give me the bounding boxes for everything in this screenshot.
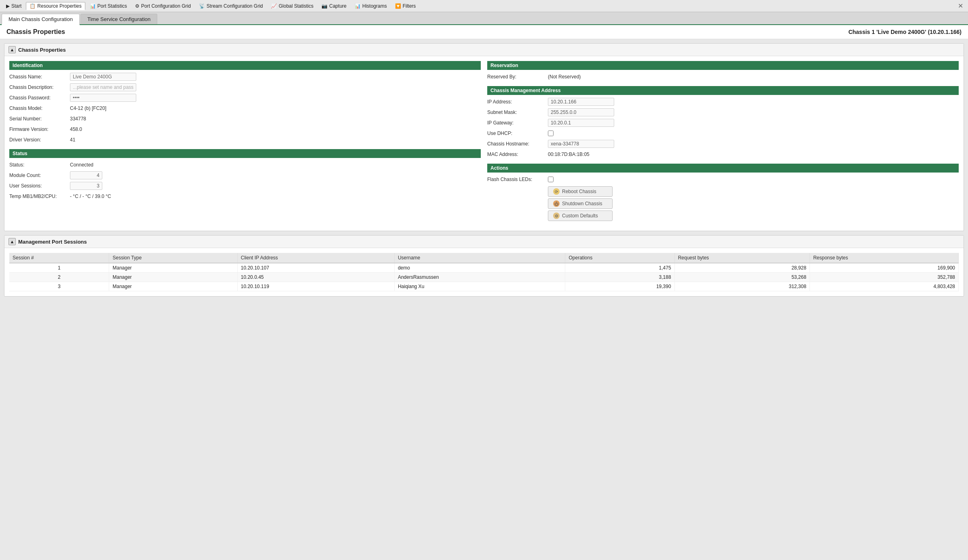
- actions-header: Actions: [487, 164, 959, 173]
- cell-operations: 3,188: [565, 273, 674, 282]
- reserved-by-value: (Not Reserved): [548, 74, 581, 80]
- sessions-table-header-row: Session # Session Type Client IP Address…: [9, 253, 959, 263]
- cell-req-bytes: 53,268: [674, 273, 809, 282]
- titlebar-start[interactable]: ▶ Start: [2, 2, 25, 10]
- tabbar: Main Chassis Configuration Time Service …: [0, 12, 968, 25]
- status-group: Status Status: Connected Module Count: U…: [9, 149, 481, 201]
- chassis-management-group: Chassis Management Address IP Address: S…: [487, 86, 959, 159]
- cell-session: 1: [9, 263, 109, 273]
- ip-gateway-input[interactable]: [548, 119, 614, 127]
- cell-username: demo: [394, 263, 565, 273]
- main-content: ▲ Chassis Properties Identification Chas…: [0, 39, 968, 560]
- use-dhcp-label: Use DHCP:: [487, 131, 548, 136]
- user-sessions-input[interactable]: [70, 182, 102, 190]
- titlebar-histograms[interactable]: 📊 Histograms: [351, 2, 391, 10]
- cell-ip: 10.20.0.45: [237, 273, 394, 282]
- chassis-name-row: Chassis Name:: [9, 72, 481, 81]
- left-column: Identification Chassis Name: Chassis Des…: [9, 61, 481, 226]
- status-value: Connected: [70, 162, 93, 168]
- reboot-chassis-button[interactable]: ⟳ Reboot Chassis: [548, 186, 613, 197]
- temp-label: Temp MB1/MB2/CPU:: [9, 194, 70, 199]
- chassis-properties-card: ▲ Chassis Properties Identification Chas…: [4, 43, 964, 231]
- titlebar-stream-configuration-grid[interactable]: 📡 Stream Configuration Grid: [195, 2, 266, 10]
- ip-gateway-row: IP Gateway:: [487, 118, 959, 127]
- port-configuration-icon: ⚙: [135, 3, 139, 9]
- titlebar-filters[interactable]: 🔽 Filters: [391, 2, 420, 10]
- ip-address-input[interactable]: [548, 98, 614, 106]
- cell-operations: 19,390: [565, 282, 674, 291]
- start-icon: ▶: [6, 3, 10, 9]
- cell-ip: 10.20.10.119: [237, 282, 394, 291]
- module-count-label: Module Count:: [9, 173, 70, 178]
- titlebar-capture[interactable]: 📷 Capture: [318, 2, 350, 10]
- table-row: 2 Manager 10.20.0.45 AndersRasmussen 3,1…: [9, 273, 959, 282]
- cell-type: Manager: [109, 282, 237, 291]
- mac-address-value: 00:18:7D:BA:1B:05: [548, 152, 590, 157]
- chassis-label: Chassis 1 'Live Demo 2400G' (10.20.1.166…: [848, 29, 962, 35]
- cell-type: Manager: [109, 273, 237, 282]
- ip-address-row: IP Address:: [487, 97, 959, 106]
- collapse-chassis-properties[interactable]: ▲: [8, 46, 16, 53]
- chassis-description-label: Chassis Description:: [9, 84, 70, 90]
- cell-username: Haiqiang Xu: [394, 282, 565, 291]
- identification-header: Identification: [9, 61, 481, 70]
- module-count-input[interactable]: [70, 171, 102, 179]
- chassis-model-value: C4-12 (b) [FC20]: [70, 105, 106, 111]
- reserved-by-row: Reserved By: (Not Reserved): [487, 72, 959, 81]
- ip-gateway-label: IP Gateway:: [487, 120, 548, 126]
- histograms-icon: 📊: [355, 3, 361, 9]
- chassis-hostname-input[interactable]: [548, 140, 614, 148]
- chassis-properties-columns: Identification Chassis Name: Chassis Des…: [9, 61, 959, 226]
- cell-type: Manager: [109, 263, 237, 273]
- custom-defaults-button[interactable]: ⚙ Custom Defaults: [548, 211, 613, 221]
- management-sessions-card: ▲ Management Port Sessions Session # Ses…: [4, 235, 964, 297]
- cell-username: AndersRasmussen: [394, 273, 565, 282]
- page-header: Chassis Properties Chassis 1 'Live Demo …: [0, 25, 968, 39]
- sessions-table: Session # Session Type Client IP Address…: [9, 253, 959, 291]
- temp-value: - °C / - °C / 39.0 °C: [70, 194, 111, 199]
- capture-icon: 📷: [321, 3, 328, 9]
- identification-group: Identification Chassis Name: Chassis Des…: [9, 61, 481, 144]
- tab-main-chassis[interactable]: Main Chassis Configuration: [2, 14, 80, 25]
- page-title: Chassis Properties: [6, 28, 65, 36]
- tab-time-service[interactable]: Time Service Configuration: [80, 14, 157, 24]
- chassis-model-row: Chassis Model: C4-12 (b) [FC20]: [9, 104, 481, 113]
- chassis-password-input[interactable]: [70, 94, 136, 102]
- titlebar: ▶ Start 📋 Resource Properties 📊 Port Sta…: [0, 0, 968, 12]
- subnet-mask-label: Subnet Mask:: [487, 109, 548, 115]
- flash-leds-checkbox[interactable]: [548, 177, 554, 182]
- management-sessions-body: Session # Session Type Client IP Address…: [4, 248, 964, 296]
- titlebar-port-configuration-grid[interactable]: ⚙ Port Configuration Grid: [131, 2, 194, 10]
- chassis-management-header: Chassis Management Address: [487, 86, 959, 95]
- cell-resp-bytes: 169,900: [810, 263, 959, 273]
- use-dhcp-checkbox[interactable]: [548, 131, 554, 136]
- chassis-password-row: Chassis Password:: [9, 93, 481, 102]
- cell-resp-bytes: 352,788: [810, 273, 959, 282]
- cell-ip: 10.20.10.107: [237, 263, 394, 273]
- firmware-version-label: Firmware Version:: [9, 126, 70, 132]
- status-label: Status:: [9, 162, 70, 168]
- chassis-name-input[interactable]: [70, 73, 136, 81]
- reserved-by-label: Reserved By:: [487, 74, 548, 80]
- shutdown-chassis-button[interactable]: ⏻ Shutdown Chassis: [548, 198, 613, 209]
- table-row: 3 Manager 10.20.10.119 Haiqiang Xu 19,39…: [9, 282, 959, 291]
- cell-req-bytes: 28,928: [674, 263, 809, 273]
- reboot-icon: ⟳: [553, 188, 560, 195]
- driver-version-value: 41: [70, 137, 75, 143]
- custom-defaults-icon: ⚙: [553, 213, 560, 219]
- chassis-description-input[interactable]: [70, 83, 136, 91]
- titlebar-resource-properties[interactable]: 📋 Resource Properties: [26, 2, 85, 10]
- subnet-mask-input[interactable]: [548, 108, 614, 116]
- close-button[interactable]: ✕: [955, 2, 966, 10]
- col-operations: Operations: [565, 253, 674, 263]
- user-sessions-label: User Sessions:: [9, 183, 70, 189]
- cell-resp-bytes: 4,803,428: [810, 282, 959, 291]
- cell-session: 3: [9, 282, 109, 291]
- table-row: 1 Manager 10.20.10.107 demo 1,475 28,928…: [9, 263, 959, 273]
- titlebar-global-statistics[interactable]: 📈 Global Statistics: [267, 2, 317, 10]
- status-header: Status: [9, 149, 481, 158]
- chassis-hostname-label: Chassis Hostname:: [487, 141, 548, 147]
- ip-address-label: IP Address:: [487, 99, 548, 105]
- titlebar-port-statistics[interactable]: 📊 Port Statistics: [86, 2, 131, 10]
- collapse-management-sessions[interactable]: ▲: [8, 238, 16, 245]
